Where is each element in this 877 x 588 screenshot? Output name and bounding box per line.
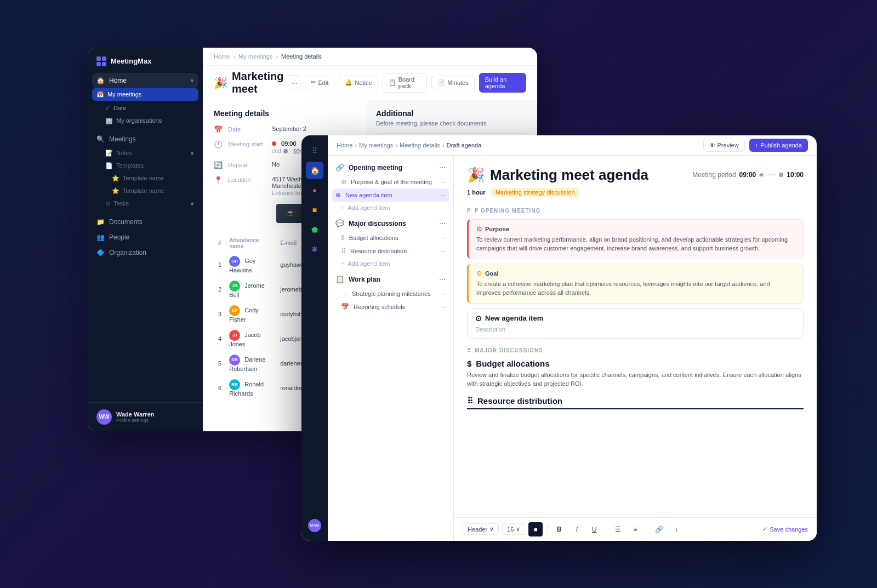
- row-num: 3: [215, 302, 225, 326]
- preview-icon: 👁: [709, 142, 715, 149]
- edit-button[interactable]: ✏ Edit: [305, 76, 334, 89]
- sidebar-item-my-actions[interactable]: ✓ Date: [88, 102, 203, 115]
- underline-button[interactable]: U: [587, 522, 601, 536]
- sidebar-item-my-organisations[interactable]: 🏢 My organisations: [88, 115, 203, 127]
- purple-icon[interactable]: ❋: [306, 241, 323, 258]
- sidebar-item-organization[interactable]: 🔷 Organization: [88, 245, 203, 260]
- budget-item[interactable]: $ Budget allocations ···: [328, 231, 453, 244]
- my-meetings-label: My meetings: [107, 91, 141, 98]
- workplan-section-header: 📋 Work plan ···: [328, 272, 453, 287]
- location-icon: 📍: [214, 176, 223, 184]
- board-pack-icon: 📋: [389, 79, 396, 86]
- sidebar-item-my-meetings[interactable]: 📅 My meetings: [92, 88, 198, 101]
- front-main: Home › My meetings › Meeting details › D…: [328, 135, 817, 541]
- color-select[interactable]: ■: [528, 522, 543, 536]
- sidebar-item-home[interactable]: 🏠 Home ∨: [92, 73, 198, 88]
- strategic-item[interactable]: → Strategic planning milestones ···: [328, 287, 453, 300]
- bullet-list-button[interactable]: ☰: [611, 522, 625, 536]
- color-swatch: ■: [534, 526, 538, 533]
- sidebar-item-tasks[interactable]: ⊙ Tasks ●: [88, 197, 203, 210]
- user-avatar: WW: [96, 409, 112, 425]
- purpose-card-label: ⊙ Purpose: [476, 225, 795, 233]
- numbered-list-button[interactable]: ≡: [628, 522, 642, 536]
- edit-icon: ✏: [311, 79, 316, 86]
- resource-item[interactable]: ⠿ Resource distribution ···: [328, 244, 453, 258]
- row-num: 1: [215, 253, 225, 277]
- save-changes-button[interactable]: ✓ Save changes: [762, 526, 808, 533]
- sidebar-item-notes[interactable]: 📝 Notes ●: [88, 147, 203, 159]
- strategy-tag: Marketing strategy discussion: [491, 188, 579, 197]
- people-label: People: [109, 233, 129, 241]
- row-name: DR Darlene Robertson: [226, 352, 276, 375]
- budget-preview-item: $ Budget allocations Review and finalize…: [467, 359, 804, 389]
- row-num: 6: [215, 376, 225, 400]
- workplan-more[interactable]: ···: [439, 275, 446, 284]
- star-icon-1: ⭐: [112, 175, 119, 182]
- budget-more[interactable]: ···: [440, 234, 446, 242]
- purpose-goal-item[interactable]: ⊕ Purpose & goal of the meeting ···: [328, 175, 453, 189]
- minutes-button[interactable]: 📄 Minutes: [431, 76, 475, 89]
- major-more[interactable]: ···: [439, 219, 446, 228]
- location-label: Location: [228, 176, 266, 183]
- red-icon[interactable]: ●: [306, 181, 323, 199]
- template-2-label: Template name: [123, 187, 164, 194]
- grid-dots-icon: ⠿: [467, 396, 473, 406]
- build-agenda-button[interactable]: Build an agenda: [479, 73, 526, 93]
- preview-button[interactable]: 👁 Preview: [703, 139, 745, 152]
- add-icon-2: +: [341, 260, 344, 267]
- sidebar-item-people[interactable]: 👥 People: [88, 230, 203, 245]
- new-item-more[interactable]: ···: [440, 191, 446, 199]
- major-section-divider: ⠿ MAJOR DISCUSSIONS: [467, 347, 804, 353]
- orange-icon[interactable]: ■: [306, 201, 323, 219]
- download-button[interactable]: ↓: [669, 522, 684, 536]
- row-num: 5: [215, 352, 225, 375]
- front-breadcrumb: Home › My meetings › Meeting details › D…: [337, 142, 699, 149]
- start-time: 09:00: [739, 171, 756, 179]
- major-section-header: 💬 Major discussions ···: [328, 216, 453, 231]
- add-item-major[interactable]: + Add agend item: [328, 258, 453, 270]
- new-agenda-item[interactable]: ⊕ New agenda item ···: [332, 189, 449, 202]
- new-item-label: New agenda item: [345, 192, 392, 198]
- dots-icon: ⠿: [467, 347, 471, 353]
- board-pack-button[interactable]: 📋 Board pack: [383, 73, 428, 93]
- app-logo: MeetingMax: [88, 48, 203, 73]
- bold-button[interactable]: B: [552, 522, 566, 536]
- publish-agenda-button[interactable]: ↑ Publish agenda: [749, 139, 808, 152]
- sidebar-meetings-section[interactable]: 🔍 Meetings: [88, 132, 203, 147]
- user-sub: Profile settings: [116, 418, 154, 423]
- sidebar-item-templates[interactable]: 📄 Templates: [88, 159, 203, 172]
- title-emoji: 🎉: [214, 76, 227, 89]
- home-strip-icon[interactable]: 🏠: [306, 162, 323, 179]
- add-icon-1: +: [341, 204, 344, 211]
- more-button[interactable]: ···: [288, 75, 300, 90]
- grid-icon[interactable]: ⠿: [306, 142, 323, 159]
- reporting-item[interactable]: 📅 Reporting schedule ···: [328, 300, 453, 313]
- user-strip-icon[interactable]: WW: [306, 517, 323, 534]
- font-size-select[interactable]: 16 ∨: [502, 523, 525, 535]
- editor-toolbar: Header ∨ 16 ∨ ■ B I U: [454, 517, 817, 541]
- new-item-title: ⊙ New agenda item: [475, 314, 795, 323]
- strategic-more[interactable]: ···: [440, 290, 446, 298]
- reporting-more[interactable]: ···: [440, 303, 446, 311]
- header-select[interactable]: Header ∨: [463, 523, 499, 535]
- italic-button[interactable]: I: [570, 522, 584, 536]
- link-button[interactable]: 🔗: [652, 522, 666, 536]
- purpose-icon: ⊕: [341, 178, 346, 186]
- sidebar-item-documents[interactable]: 📁 Documents: [88, 214, 203, 230]
- template-1-label: Template name: [123, 175, 164, 181]
- notice-button[interactable]: 🔔 Notice: [339, 76, 378, 89]
- add-item-opening[interactable]: + Add agend item: [328, 202, 453, 214]
- sidebar-item-template-1[interactable]: ⭐ Template name: [88, 172, 203, 185]
- purpose-card-text: To review current marketing performance,…: [476, 235, 795, 253]
- green-icon[interactable]: ⬟: [306, 221, 323, 238]
- resource-more[interactable]: ···: [440, 247, 446, 255]
- purpose-more[interactable]: ···: [440, 178, 446, 186]
- new-item-icon: ⊕: [335, 191, 341, 199]
- sidebar-user[interactable]: WW Wade Warren Profile settings: [88, 402, 203, 431]
- calendar-icon: 📅: [214, 125, 223, 134]
- org-icon: 🏢: [105, 117, 113, 124]
- header-chevron: ∨: [489, 526, 494, 533]
- new-item-description[interactable]: Description: [475, 326, 795, 333]
- opening-more[interactable]: ···: [439, 163, 446, 172]
- sidebar-item-template-2[interactable]: ⭐ Template name: [88, 185, 203, 197]
